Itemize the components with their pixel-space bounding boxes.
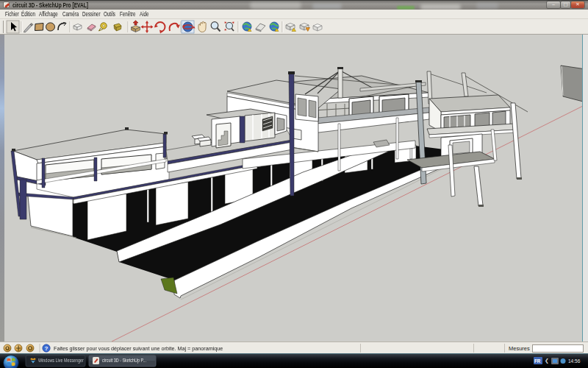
svg-text:?: ? [45,345,49,352]
